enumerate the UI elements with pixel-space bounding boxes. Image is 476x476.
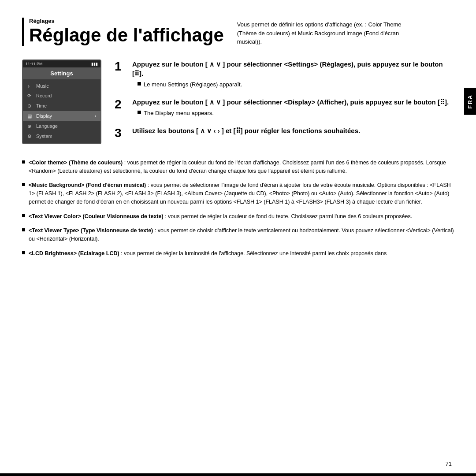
fra-tab: FRA	[464, 88, 476, 115]
menu-item-display-label: Display	[36, 113, 52, 119]
step-1-content: Appuyez sur le bouton [ ∧ ∨ ] pour sélec…	[132, 60, 454, 89]
menu-item-language[interactable]: ⊕ Language	[23, 121, 100, 131]
time-icon: ⊙	[27, 103, 33, 109]
header-category: Réglages	[29, 18, 224, 24]
desc-item-color-theme: <Color theme> (Thème de couleurs) : vous…	[22, 159, 454, 175]
menu-item-record-label: Record	[36, 93, 52, 98]
display-icon: ▤	[27, 113, 33, 119]
language-icon: ⊕	[27, 123, 33, 129]
battery-icon: ▮▮▮	[91, 62, 98, 66]
desc-item-text-viewer-color: <Text Viewer Color> (Couleur Visionneuse…	[22, 212, 454, 221]
device-menu-title: Settings	[23, 67, 100, 79]
device-mockup: 11:11 PM ▮▮▮ Settings ♪ Music ⟳ Record	[22, 60, 101, 148]
menu-item-language-label: Language	[36, 123, 58, 129]
desc-text-text-viewer-type: <Text Viewer Type> (Type Visionneuse de …	[29, 227, 454, 243]
bottom-bar	[0, 473, 476, 476]
step-2-number: 2	[115, 97, 128, 111]
menu-item-system-label: System	[36, 134, 52, 139]
step-3: 3 Utilisez les boutons [ ∧ ∨ ‹ › ] et [⠿…	[115, 126, 454, 139]
menu-item-music-label: Music	[36, 83, 49, 89]
menu-item-record[interactable]: ⟳ Record	[23, 91, 100, 101]
step-3-main-text: Utilisez les boutons [ ∧ ∨ ‹ › ] et [⠿] …	[132, 126, 454, 135]
header-left: Réglages Réglage de l'affichage	[29, 18, 224, 45]
page-container: FRA Réglages Réglage de l'affichage Vous…	[0, 0, 476, 476]
desc-item-text-viewer-type: <Text Viewer Type> (Type Visionneuse de …	[22, 227, 454, 243]
bullet-icon	[138, 82, 141, 86]
desc-bullet-5	[22, 251, 25, 254]
desc-text-lcd-brightness: <LCD Brightness> (Eclairage LCD) : vous …	[29, 249, 454, 258]
step-2-main-text: Appuyez sur le bouton [ ∧ ∨ ] pour sélec…	[132, 97, 454, 107]
desc-bullet-1	[22, 160, 25, 164]
music-icon: ♪	[27, 83, 33, 89]
desc-bullet-2	[22, 183, 25, 186]
device-status-bar: 11:11 PM ▮▮▮	[23, 60, 100, 67]
desc-bullet-4	[22, 228, 25, 231]
steps-section: 1 Appuyez sur le bouton [ ∧ ∨ ] pour sél…	[115, 60, 454, 148]
device-screen: 11:11 PM ▮▮▮ Settings ♪ Music ⟳ Record	[22, 60, 101, 144]
desc-text-text-viewer-color: <Text Viewer Color> (Couleur Visionneuse…	[29, 212, 454, 221]
header-section: Réglages Réglage de l'affichage Vous per…	[22, 18, 454, 46]
step-1: 1 Appuyez sur le bouton [ ∧ ∨ ] pour sél…	[115, 60, 454, 89]
menu-item-time[interactable]: ⊙ Time	[23, 101, 100, 111]
desc-bullet-3	[22, 214, 25, 217]
desc-item-lcd-brightness: <LCD Brightness> (Eclairage LCD) : vous …	[22, 249, 454, 258]
device-menu: ♪ Music ⟳ Record ⊙ Time ▤	[23, 79, 100, 143]
desc-item-music-background: <Music Background> (Fond d'écran musical…	[22, 181, 454, 206]
bullet-icon	[138, 111, 141, 114]
menu-item-system[interactable]: ⚙ System	[23, 131, 100, 141]
step-2-sub-text: The Display menu appears.	[138, 109, 454, 117]
descriptions-section: <Color theme> (Thème de couleurs) : vous…	[22, 159, 454, 258]
step-1-main-text: Appuyez sur le bouton [ ∧ ∨ ] pour sélec…	[132, 60, 454, 78]
record-icon: ⟳	[27, 93, 33, 99]
menu-item-music[interactable]: ♪ Music	[23, 81, 100, 91]
step-1-sub-text: Le menu Settings (Réglages) apparaît.	[138, 81, 454, 89]
desc-text-color-theme: <Color theme> (Thème de couleurs) : vous…	[29, 159, 454, 175]
desc-text-music-background: <Music Background> (Fond d'écran musical…	[29, 181, 454, 206]
arrow-icon: ›	[95, 114, 96, 119]
main-content: 11:11 PM ▮▮▮ Settings ♪ Music ⟳ Record	[22, 60, 454, 148]
step-1-sub-label: Le menu Settings (Réglages) apparaît.	[144, 81, 242, 89]
step-2: 2 Appuyez sur le bouton [ ∧ ∨ ] pour sél…	[115, 97, 454, 117]
device-time: 11:11 PM	[26, 62, 43, 66]
step-2-sub-label: The Display menu appears.	[144, 109, 214, 117]
step-2-content: Appuyez sur le bouton [ ∧ ∨ ] pour sélec…	[132, 97, 454, 117]
header-description: Vous permet de définir les options d'aff…	[237, 18, 422, 46]
system-icon: ⚙	[27, 134, 33, 139]
page-number: 71	[446, 461, 452, 467]
step-3-number: 3	[115, 126, 128, 139]
step-3-content: Utilisez les boutons [ ∧ ∨ ‹ › ] et [⠿] …	[132, 126, 454, 138]
menu-item-time-label: Time	[36, 103, 47, 108]
menu-item-display[interactable]: ▤ Display ›	[23, 111, 100, 121]
step-1-number: 1	[115, 60, 128, 73]
header-title: Réglage de l'affichage	[29, 25, 224, 45]
